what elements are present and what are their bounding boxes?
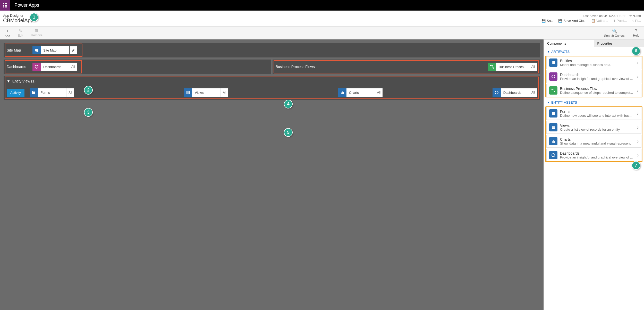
- section-entity-assets[interactable]: ENTITY ASSETS: [544, 98, 644, 106]
- right-panel: Components Properties ARTIFACTS Entities…: [544, 39, 644, 310]
- svg-rect-6: [341, 93, 342, 94]
- charts-tile[interactable]: Charts All: [338, 88, 383, 97]
- chevron-right-icon: ›: [637, 60, 639, 65]
- play-button[interactable]: ▷ Pl...: [632, 19, 641, 23]
- chevron-right-icon: ›: [637, 111, 639, 116]
- chevron-right-icon: ›: [637, 74, 639, 79]
- save-button[interactable]: 💾 Sa...: [541, 19, 554, 23]
- dashboards-all[interactable]: All: [69, 63, 77, 71]
- entities-icon: [549, 58, 557, 67]
- search-canvas-button[interactable]: 🔍 Search Canvas: [604, 29, 625, 38]
- publish-button[interactable]: ⬆ Publi...: [613, 19, 627, 23]
- views-all[interactable]: All: [221, 88, 228, 97]
- svg-rect-3: [32, 91, 35, 94]
- asset-forms[interactable]: Forms Define how users will see and inte…: [546, 107, 641, 120]
- activity-chip[interactable]: Activity: [7, 89, 24, 97]
- charts-all[interactable]: All: [375, 88, 383, 97]
- svg-rect-15: [552, 126, 555, 129]
- entity-view-block: ▼ Entity View (1) Activity Forms All: [4, 76, 540, 100]
- entity-dashboard-icon: [493, 88, 501, 97]
- svg-rect-12: [552, 89, 553, 90]
- entity-dashboards-all[interactable]: All: [529, 88, 537, 97]
- save-icon: 💾: [541, 19, 546, 23]
- entity-view-header[interactable]: ▼ Entity View (1): [7, 79, 537, 83]
- svg-rect-10: [552, 61, 555, 64]
- forms-tile[interactable]: Forms All: [30, 88, 74, 97]
- bpf-all[interactable]: All: [529, 63, 537, 71]
- callout-2: 2: [84, 86, 93, 95]
- views-tile[interactable]: Views All: [184, 88, 228, 97]
- bpf-icon: [549, 86, 557, 95]
- svg-rect-1: [490, 65, 491, 66]
- brand-label: Power Apps: [10, 3, 43, 8]
- artifact-dashboards[interactable]: Dashboards Provide an insightful and gra…: [546, 70, 641, 83]
- save-close-button[interactable]: 💾 Save And Clo...: [558, 19, 587, 23]
- validate-button[interactable]: 📋 Valida...: [591, 19, 608, 23]
- chevron-right-icon: ›: [637, 125, 639, 130]
- edit-button: ✎ Edit: [18, 28, 23, 38]
- bpf-half: Business Process Flows Business Proces..…: [273, 60, 540, 74]
- svg-rect-16: [552, 141, 553, 143]
- play-icon: ▷: [632, 19, 634, 23]
- sitemap-row: Site Map Site Map: [4, 43, 540, 57]
- svg-point-11: [552, 75, 555, 78]
- callout-6: 6: [632, 47, 640, 55]
- trash-icon: 🗑: [35, 28, 39, 33]
- callout-3: 3: [84, 108, 93, 117]
- app-launcher[interactable]: [0, 0, 10, 11]
- dashboards-tile[interactable]: Dashboards All: [32, 63, 77, 71]
- artifact-entities[interactable]: Entities Model and manage business data.…: [546, 56, 641, 69]
- chevron-right-icon: ›: [637, 153, 639, 158]
- svg-rect-17: [553, 140, 554, 143]
- bpf-icon: [488, 63, 496, 71]
- svg-rect-5: [187, 91, 190, 94]
- asset-charts[interactable]: Charts Show data in a meaningful and vis…: [546, 135, 641, 148]
- dashboards-half: Dashboards Dashboards All: [4, 60, 271, 74]
- section-artifacts[interactable]: ARTIFACTS: [544, 47, 644, 55]
- dashboards-label: Dashboards: [7, 65, 32, 69]
- chart-icon: [338, 88, 346, 97]
- forms-all[interactable]: All: [66, 88, 74, 97]
- chevron-right-icon: ›: [637, 139, 639, 144]
- sitemap-tile[interactable]: Site Map: [32, 46, 77, 54]
- dashboard-icon: [32, 63, 41, 71]
- main: Site Map Site Map 2 Dashboards: [0, 39, 644, 310]
- caret-down-icon: ▼: [7, 79, 10, 83]
- svg-rect-14: [552, 112, 555, 115]
- form-icon: [30, 88, 38, 97]
- callout-5: 5: [284, 128, 293, 137]
- svg-rect-18: [554, 141, 555, 143]
- header: App Designer CBModelApp * Last Saved on …: [0, 11, 644, 27]
- svg-point-19: [552, 154, 555, 157]
- callout-7: 7: [632, 161, 640, 170]
- add-button[interactable]: ＋ Add: [5, 28, 10, 38]
- artifact-bpf[interactable]: Business Process Flow Define a sequence …: [546, 84, 641, 97]
- asset-dashboards[interactable]: Dashboards Provide an insightful and gra…: [546, 149, 641, 162]
- view-icon: [184, 88, 192, 97]
- svg-point-9: [495, 91, 498, 94]
- last-saved: Last Saved on :4/11/2021 10:11 PM *Draft: [583, 14, 641, 18]
- top-bar: Power Apps: [0, 0, 644, 11]
- sitemap-edit-button[interactable]: [70, 46, 77, 54]
- help-button[interactable]: ? Help: [633, 29, 639, 38]
- save-close-icon: 💾: [558, 19, 562, 23]
- bpf-label: Business Process Flows: [276, 65, 488, 69]
- svg-rect-7: [342, 91, 343, 94]
- chevron-right-icon: ›: [637, 88, 639, 93]
- bpf-tile[interactable]: Business Proces... All: [488, 63, 537, 71]
- remove-button: 🗑 Remove: [31, 28, 43, 38]
- tab-properties[interactable]: Properties: [594, 39, 644, 47]
- svg-rect-4: [33, 91, 35, 92]
- callout-1: 1: [30, 13, 38, 22]
- entity-dashboards-tile[interactable]: Dashboards All: [493, 88, 537, 97]
- pencil-icon: ✎: [19, 28, 22, 33]
- dash-bpf-row: Dashboards Dashboards All ⋮ Business Pro…: [4, 60, 540, 74]
- views-icon: [549, 123, 557, 131]
- validate-icon: 📋: [591, 19, 595, 23]
- sitemap-icon: [32, 46, 41, 54]
- tab-components[interactable]: Components: [544, 39, 594, 47]
- asset-views[interactable]: Views Create a list view of records for …: [546, 121, 641, 134]
- publish-icon: ⬆: [613, 19, 616, 23]
- toolbar: ＋ Add ✎ Edit 🗑 Remove 🔍 Search Canvas ? …: [0, 27, 644, 39]
- plus-icon: ＋: [5, 28, 10, 34]
